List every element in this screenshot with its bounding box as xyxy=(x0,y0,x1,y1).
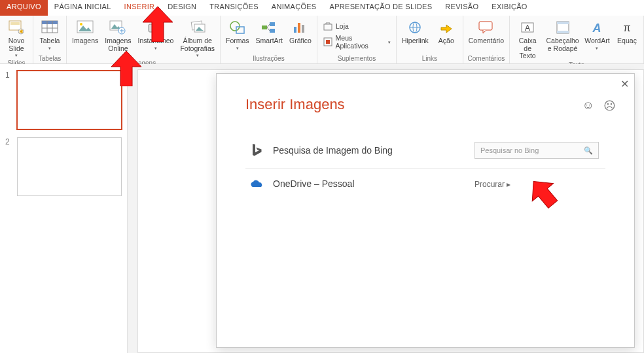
group-addins: Loja Meus Aplicativos ▾ Suplementos xyxy=(317,16,397,63)
addins-icon xyxy=(323,37,333,47)
insert-images-dialog: ✕ ☺ ☹ Inserir Imagens Pesquisa de Imagem… xyxy=(216,73,635,348)
group-label-addins: Suplementos xyxy=(338,55,376,63)
photo-album-icon xyxy=(187,18,208,37)
action-button[interactable]: Ação xyxy=(434,17,459,46)
group-illustrations: Formas ▾ SmartArt Gráfico Ilustrações xyxy=(221,16,317,63)
tab-home[interactable]: PÁGINA INICIAL xyxy=(48,0,118,16)
frown-icon[interactable]: ☹ xyxy=(603,99,616,113)
ribbon: ✱ Novo Slide ▾ Slides Tabela ▾ Tabelas xyxy=(0,16,644,64)
svg-point-16 xyxy=(152,25,158,31)
bing-label: Pesquisa de Imagem do Bing xyxy=(266,145,474,156)
comment-button[interactable]: Comentário xyxy=(467,17,505,46)
store-icon xyxy=(323,21,333,31)
images-button[interactable]: Imagens xyxy=(71,17,99,46)
onedrive-label: OneDrive – Pessoal xyxy=(266,178,474,189)
tab-animations[interactable]: ANIMAÇÕES xyxy=(265,0,323,16)
my-addins-button[interactable]: Meus Aplicativos ▾ xyxy=(321,33,392,50)
slide-thumbnail xyxy=(17,137,122,196)
dropdown-icon: ▾ xyxy=(236,46,239,51)
svg-rect-17 xyxy=(152,22,158,25)
wordart-button[interactable]: A WordArt ▾ xyxy=(584,17,611,52)
close-button[interactable]: ✕ xyxy=(620,78,629,90)
svg-rect-25 xyxy=(270,29,275,33)
equation-button[interactable]: π Equaç xyxy=(615,17,639,46)
smartart-button[interactable]: SmartArt xyxy=(255,17,284,46)
store-button[interactable]: Loja xyxy=(321,20,392,32)
svg-text:A: A xyxy=(592,22,601,35)
svg-rect-29 xyxy=(324,24,332,30)
svg-rect-23 xyxy=(262,25,267,29)
bing-source-row: Pesquisa de Imagem do Bing Pesquisar no … xyxy=(245,133,605,169)
photo-album-button[interactable]: Álbum de Fotografias ▾ xyxy=(179,17,216,59)
new-slide-button[interactable]: ✱ Novo Slide ▾ xyxy=(4,17,29,59)
onedrive-source-row: OneDrive – Pessoal Procurar ▸ xyxy=(245,169,605,199)
picture-icon xyxy=(75,18,96,37)
dropdown-icon: ▾ xyxy=(388,40,391,45)
screenshot-icon xyxy=(145,18,166,37)
browse-link[interactable]: Procurar ▸ xyxy=(474,180,510,189)
new-slide-icon: ✱ xyxy=(6,18,27,37)
tab-transitions[interactable]: TRANSIÇÕES xyxy=(203,0,265,16)
tab-view[interactable]: EXIBIÇÃO xyxy=(485,0,533,16)
images-online-button[interactable]: Imagens Online xyxy=(103,17,132,54)
tab-insert[interactable]: INSERIR xyxy=(118,0,162,16)
search-icon: 🔍 xyxy=(584,146,593,155)
svg-text:π: π xyxy=(623,22,630,33)
bing-icon xyxy=(245,143,266,158)
slide-thumbnail xyxy=(17,71,122,129)
svg-rect-28 xyxy=(302,25,304,33)
svg-rect-1 xyxy=(10,22,20,25)
slide-thumbnail-panel: 1 2 xyxy=(0,64,128,353)
screenshot-button[interactable]: Instantâneo ▾ xyxy=(137,17,175,52)
slide-number: 1 xyxy=(5,71,13,80)
dropdown-icon: ▾ xyxy=(48,46,51,51)
svg-rect-39 xyxy=(557,22,569,24)
group-text: A Caixa de Texto Cabeçalho e Rodapé A Wo… xyxy=(510,16,644,63)
table-icon xyxy=(39,18,60,37)
search-placeholder: Pesquisar no Bing xyxy=(480,146,539,154)
slide-number: 2 xyxy=(5,137,13,146)
dialog-title: Inserir Imagens xyxy=(245,96,605,113)
group-label-comments: Comentários xyxy=(468,55,505,63)
onedrive-icon xyxy=(245,178,266,190)
tab-design[interactable]: DESIGN xyxy=(161,0,203,16)
group-label-tables: Tabelas xyxy=(39,55,61,63)
textbox-button[interactable]: A Caixa de Texto xyxy=(514,17,541,61)
slide-thumb-2[interactable]: 2 xyxy=(5,137,122,196)
chart-button[interactable]: Gráfico xyxy=(288,17,313,46)
dropdown-icon: ▾ xyxy=(196,53,199,58)
hyperlink-button[interactable]: Hiperlink xyxy=(401,17,430,46)
hyperlink-icon xyxy=(404,18,425,37)
svg-rect-27 xyxy=(298,23,300,33)
svg-rect-35 xyxy=(479,22,492,30)
tab-slideshow[interactable]: APRESENTAÇÃO DE SLIDES xyxy=(323,0,439,16)
shapes-icon xyxy=(227,18,248,37)
slide-thumb-1[interactable]: 1 xyxy=(5,71,122,129)
shapes-button[interactable]: Formas ▾ xyxy=(224,17,251,52)
group-slides: ✱ Novo Slide ▾ Slides xyxy=(0,16,33,63)
chart-icon xyxy=(290,18,311,37)
tab-review[interactable]: REVISÃO xyxy=(438,0,485,16)
dropdown-icon: ▾ xyxy=(596,46,598,51)
bing-search-input[interactable]: Pesquisar no Bing 🔍 xyxy=(474,142,599,159)
action-icon xyxy=(436,18,457,37)
comment-icon xyxy=(476,18,497,37)
svg-point-11 xyxy=(80,23,82,25)
svg-text:A: A xyxy=(525,24,530,33)
group-links: Hiperlink Ação Links xyxy=(397,16,463,63)
group-tables: Tabela ▾ Tabelas xyxy=(33,16,67,63)
group-label-illustrations: Ilustrações xyxy=(253,55,284,63)
group-label-links: Links xyxy=(422,55,437,63)
header-footer-button[interactable]: Cabeçalho e Rodapé xyxy=(545,17,580,54)
textbox-icon: A xyxy=(517,18,538,37)
ribbon-tabs: ARQUIVO PÁGINA INICIAL INSERIR DESIGN TR… xyxy=(0,0,644,16)
svg-point-21 xyxy=(230,22,240,31)
table-button[interactable]: Tabela ▾ xyxy=(37,17,62,52)
group-comments: Comentário Comentários xyxy=(463,16,510,63)
smile-icon[interactable]: ☺ xyxy=(582,99,594,113)
dropdown-icon: ▾ xyxy=(154,46,157,51)
dropdown-icon: ▾ xyxy=(15,53,18,58)
wordart-icon: A xyxy=(586,18,607,37)
header-footer-icon xyxy=(552,18,573,37)
tab-file[interactable]: ARQUIVO xyxy=(0,0,48,16)
